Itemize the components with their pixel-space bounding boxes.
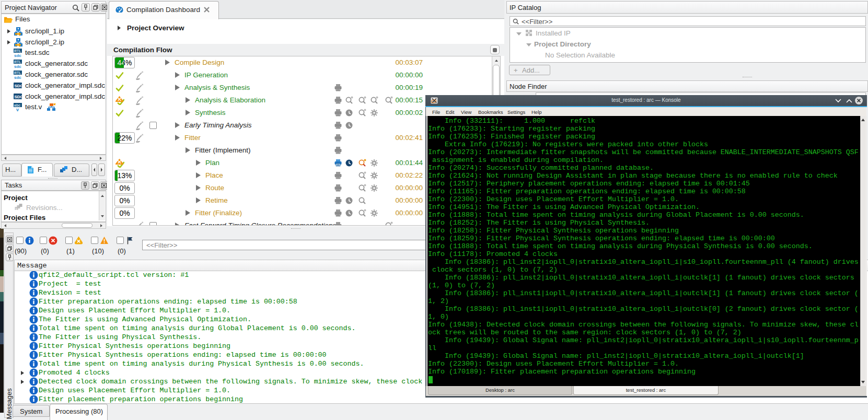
svg-text:v: v [16,107,19,112]
svg-text:RTL: RTL [14,49,21,53]
svg-text:abc: abc [14,103,20,107]
svg-text:sdc: sdc [14,53,21,57]
svg-text:sdc: sdc [14,75,21,79]
svg-text:RTL: RTL [14,71,21,75]
svg-text:RTL: RTL [14,60,21,64]
svg-text:SDC: SDC [15,84,23,88]
svg-text:sdc: sdc [14,64,21,68]
svg-text:SDC: SDC [15,95,23,99]
